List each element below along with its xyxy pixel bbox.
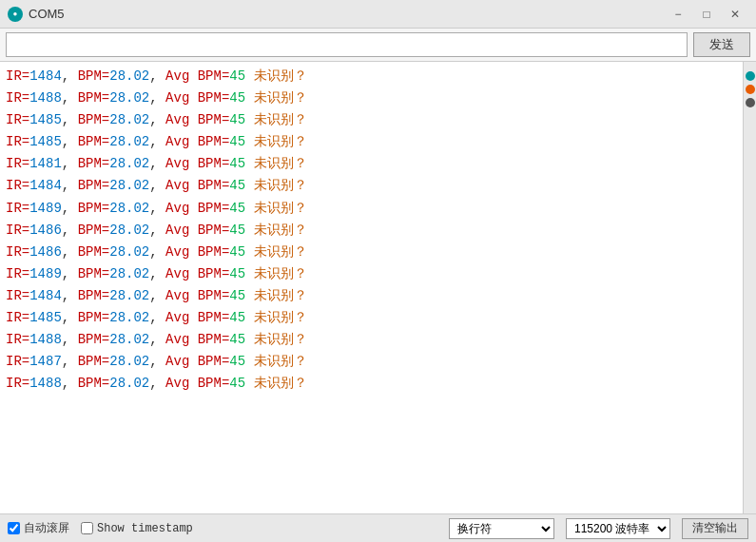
- ir-label: IR=: [6, 201, 29, 216]
- show-timestamp-label[interactable]: Show timestamp: [81, 522, 193, 535]
- ir-value: 1481: [29, 156, 62, 171]
- status-text: 未识别？: [254, 134, 307, 149]
- bpm-label: BPM=: [78, 266, 110, 281]
- bpm-label: BPM=: [78, 223, 110, 238]
- avg-value: 45: [229, 156, 245, 171]
- table-row: IR=1485, BPM=28.02, Avg BPM=45 未识别？: [6, 109, 737, 131]
- bpm-label: BPM=: [78, 288, 110, 303]
- table-row: IR=1484, BPM=28.02, Avg BPM=45 未识别？: [6, 285, 737, 307]
- status-text: 未识别？: [254, 112, 307, 127]
- status-text: 未识别？: [254, 332, 307, 347]
- content-area: IR=1484, BPM=28.02, Avg BPM=45 未识别？IR=14…: [0, 62, 756, 513]
- window-title: COM5: [29, 7, 665, 21]
- bpm-value: 28.02: [109, 332, 149, 347]
- ir-label: IR=: [6, 266, 29, 281]
- close-button[interactable]: ✕: [722, 4, 748, 25]
- clear-output-button[interactable]: 清空输出: [682, 518, 748, 539]
- ir-value: 1486: [29, 244, 62, 260]
- ir-label: IR=: [6, 288, 29, 303]
- ir-value: 1487: [29, 354, 62, 369]
- avg-label: Avg BPM=: [165, 134, 229, 149]
- ir-value: 1486: [29, 223, 62, 238]
- status-text: 未识别？: [254, 310, 307, 325]
- ir-value: 1485: [29, 112, 62, 127]
- auto-scroll-label[interactable]: 自动滚屏: [8, 520, 69, 536]
- bpm-value: 28.02: [109, 134, 149, 149]
- avg-value: 45: [229, 310, 245, 325]
- ir-value: 1488: [29, 376, 62, 391]
- serial-input[interactable]: [6, 32, 688, 57]
- status-text: 未识别？: [254, 354, 307, 369]
- send-button[interactable]: 发送: [693, 32, 750, 57]
- bpm-label: BPM=: [78, 201, 110, 216]
- ir-value: 1488: [29, 332, 62, 347]
- minimize-button[interactable]: −: [665, 4, 691, 25]
- ir-value: 1484: [29, 178, 62, 193]
- maximize-button[interactable]: □: [693, 4, 720, 25]
- ir-label: IR=: [6, 178, 29, 193]
- bpm-value: 28.02: [109, 201, 149, 216]
- avg-value: 45: [229, 90, 245, 106]
- status-text: 未识别？: [254, 178, 307, 193]
- window-controls: − □ ✕: [665, 4, 748, 25]
- ir-value: 1488: [29, 90, 62, 106]
- avg-value: 45: [229, 266, 245, 281]
- table-row: IR=1486, BPM=28.02, Avg BPM=45 未识别？: [6, 220, 737, 242]
- status-text: 未识别？: [254, 376, 307, 391]
- bpm-value: 28.02: [109, 112, 149, 127]
- ir-value: 1485: [29, 134, 62, 149]
- table-row: IR=1489, BPM=28.02, Avg BPM=45 未识别？: [6, 263, 737, 285]
- ir-value: 1489: [29, 201, 62, 216]
- avg-value: 45: [229, 288, 245, 303]
- avg-label: Avg BPM=: [165, 112, 229, 127]
- ir-label: IR=: [6, 376, 29, 391]
- ir-label: IR=: [6, 68, 29, 84]
- serial-output[interactable]: IR=1484, BPM=28.02, Avg BPM=45 未识别？IR=14…: [0, 62, 743, 513]
- bpm-label: BPM=: [78, 134, 110, 149]
- bpm-value: 28.02: [109, 223, 149, 238]
- line-ending-select[interactable]: 换行符 No line ending Newline Carriage retu…: [449, 518, 554, 539]
- ir-label: IR=: [6, 90, 29, 106]
- ir-value: 1489: [29, 266, 62, 281]
- ir-label: IR=: [6, 332, 29, 347]
- avg-value: 45: [229, 332, 245, 347]
- ir-label: IR=: [6, 354, 29, 369]
- bpm-value: 28.02: [109, 244, 149, 260]
- avg-value: 45: [229, 112, 245, 127]
- panel-dot-3: [746, 98, 755, 107]
- status-text: 未识别？: [254, 201, 307, 216]
- avg-label: Avg BPM=: [165, 288, 229, 303]
- ir-label: IR=: [6, 223, 29, 238]
- ir-label: IR=: [6, 112, 29, 127]
- ir-value: 1484: [29, 288, 62, 303]
- bpm-label: BPM=: [78, 178, 110, 193]
- input-bar: 发送: [0, 29, 756, 62]
- avg-label: Avg BPM=: [165, 310, 229, 325]
- ir-label: IR=: [6, 310, 29, 325]
- bpm-value: 28.02: [109, 266, 149, 281]
- ir-value: 1485: [29, 310, 62, 325]
- status-text: 未识别？: [254, 288, 307, 303]
- auto-scroll-checkbox[interactable]: [8, 522, 20, 534]
- table-row: IR=1488, BPM=28.02, Avg BPM=45 未识别？: [6, 329, 737, 351]
- auto-scroll-text: 自动滚屏: [24, 520, 69, 536]
- avg-label: Avg BPM=: [165, 244, 229, 260]
- bpm-value: 28.02: [109, 310, 149, 325]
- ir-label: IR=: [6, 134, 29, 149]
- avg-value: 45: [229, 223, 245, 238]
- bpm-label: BPM=: [78, 332, 110, 347]
- table-row: IR=1485, BPM=28.02, Avg BPM=45 未识别？: [6, 131, 737, 153]
- avg-label: Avg BPM=: [165, 266, 229, 281]
- bpm-label: BPM=: [78, 112, 110, 127]
- table-row: IR=1487, BPM=28.02, Avg BPM=45 未识别？: [6, 351, 737, 373]
- table-row: IR=1486, BPM=28.02, Avg BPM=45 未识别？: [6, 242, 737, 263]
- panel-dot-2: [746, 85, 755, 94]
- baud-rate-select[interactable]: 115200 波特率 9600 19200 57600: [566, 518, 670, 539]
- show-timestamp-checkbox[interactable]: [81, 522, 93, 534]
- ir-label: IR=: [6, 156, 29, 171]
- bpm-value: 28.02: [109, 288, 149, 303]
- show-timestamp-text: Show timestamp: [97, 522, 193, 535]
- avg-label: Avg BPM=: [165, 223, 229, 238]
- status-text: 未识别？: [254, 244, 307, 260]
- bpm-value: 28.02: [109, 178, 149, 193]
